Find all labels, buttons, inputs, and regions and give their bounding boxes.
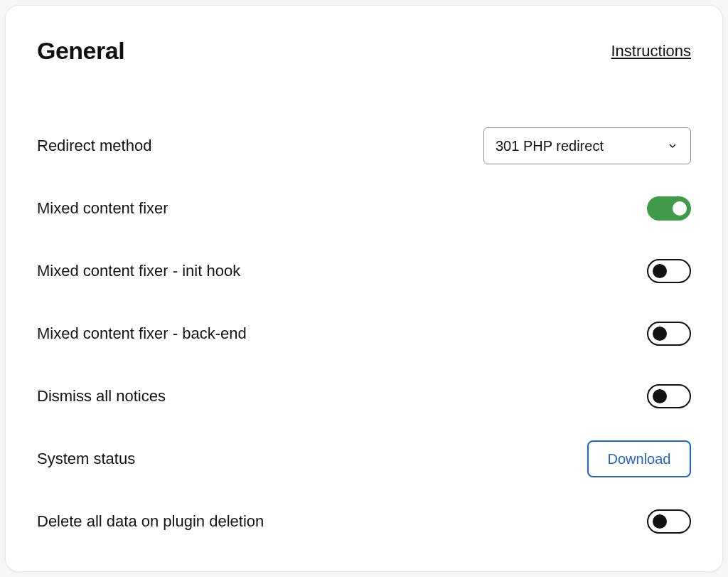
settings-card: General Instructions Redirect method 301… — [6, 6, 722, 571]
label-mcf-init-hook: Mixed content fixer - init hook — [37, 262, 240, 280]
label-redirect-method: Redirect method — [37, 137, 151, 155]
row-redirect-method: Redirect method 301 PHP redirect — [37, 115, 691, 177]
toggle-knob — [653, 264, 667, 278]
download-button[interactable]: Download — [587, 440, 691, 477]
toggle-mixed-content-fixer[interactable] — [647, 196, 691, 221]
row-system-status: System status Download — [37, 428, 691, 490]
row-delete-data: Delete all data on plugin deletion — [37, 490, 691, 553]
card-title: General — [37, 37, 124, 65]
toggle-delete-data[interactable] — [647, 509, 691, 534]
toggle-knob — [653, 514, 667, 529]
redirect-method-selected: 301 PHP redirect — [496, 138, 604, 154]
toggle-knob — [653, 327, 667, 341]
label-mixed-content-fixer: Mixed content fixer — [37, 199, 168, 218]
chevron-down-icon — [666, 139, 679, 152]
row-dismiss-notices: Dismiss all notices — [37, 365, 691, 428]
row-mcf-init-hook: Mixed content fixer - init hook — [37, 240, 691, 302]
card-header: General Instructions — [37, 37, 691, 65]
toggle-mcf-back-end[interactable] — [647, 322, 691, 346]
instructions-link[interactable]: Instructions — [611, 42, 692, 60]
toggle-mcf-init-hook[interactable] — [647, 259, 691, 283]
label-delete-data: Delete all data on plugin deletion — [37, 512, 264, 531]
redirect-method-select[interactable]: 301 PHP redirect — [483, 127, 691, 164]
toggle-knob — [673, 201, 687, 216]
toggle-knob — [653, 389, 667, 403]
row-mcf-back-end: Mixed content fixer - back-end — [37, 302, 691, 365]
row-mixed-content-fixer: Mixed content fixer — [37, 177, 691, 240]
label-dismiss-notices: Dismiss all notices — [37, 387, 166, 406]
toggle-dismiss-notices[interactable] — [647, 384, 691, 408]
label-mcf-back-end: Mixed content fixer - back-end — [37, 324, 247, 343]
label-system-status: System status — [37, 450, 135, 468]
